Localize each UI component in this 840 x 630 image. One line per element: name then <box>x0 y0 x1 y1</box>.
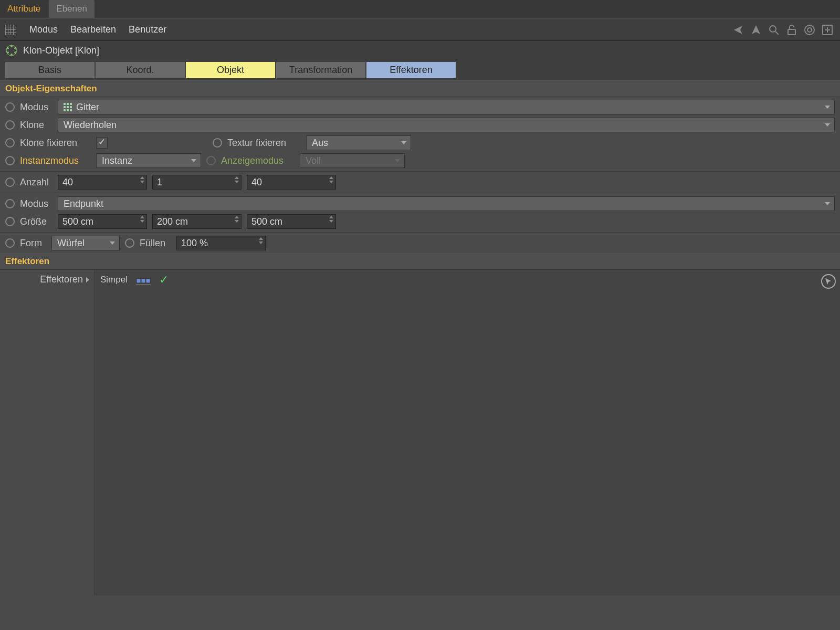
tab-effektoren[interactable]: Effektoren <box>366 62 456 78</box>
svg-point-12 <box>10 54 13 56</box>
effector-list[interactable]: Simpel ✓ <box>94 270 840 595</box>
tab-objekt[interactable]: Objekt <box>186 62 275 78</box>
dropdown-anzeigemodus-value: Voll <box>306 155 321 166</box>
search-icon[interactable] <box>766 23 781 37</box>
svg-point-10 <box>14 47 16 49</box>
nav-back-icon[interactable] <box>731 23 746 37</box>
svg-point-14 <box>7 47 9 49</box>
cloner-icon <box>5 44 18 57</box>
svg-point-3 <box>805 25 814 35</box>
label-form: Form <box>20 238 46 249</box>
svg-line-1 <box>775 32 779 35</box>
label-effektoren-list: Effektoren <box>40 274 83 285</box>
attribute-menubar: Modus Bearbeiten Benutzer <box>0 18 840 41</box>
dropdown-anzeigemodus: Voll <box>300 153 405 168</box>
target-icon[interactable] <box>802 23 817 37</box>
anim-toggle-modus2[interactable] <box>5 199 15 208</box>
svg-point-4 <box>807 28 812 32</box>
dropdown-form[interactable]: Würfel <box>51 236 120 250</box>
anim-toggle-form[interactable] <box>5 238 15 248</box>
svg-rect-2 <box>788 29 795 35</box>
add-icon[interactable] <box>820 23 835 37</box>
input-groesse-x[interactable]: 500 cm <box>58 214 147 229</box>
label-instanzmodus: Instanzmodus <box>20 155 91 166</box>
anim-toggle-klone-fixieren[interactable] <box>5 138 15 148</box>
checkbox-klone-fixieren[interactable] <box>96 137 108 149</box>
label-klone: Klone <box>20 120 52 131</box>
anim-toggle-anzeigemodus <box>206 156 216 165</box>
svg-rect-18 <box>136 284 151 285</box>
menu-modus[interactable]: Modus <box>23 22 64 37</box>
anim-toggle-fuellen[interactable] <box>125 238 134 248</box>
dropdown-form-value: Würfel <box>57 238 85 249</box>
label-textur-fixieren: Textur fixieren <box>227 138 301 149</box>
anim-toggle-klone[interactable] <box>5 120 15 130</box>
tab-koord[interactable]: Koord. <box>96 62 185 78</box>
label-groesse: Größe <box>20 216 52 227</box>
svg-point-13 <box>7 51 9 54</box>
tab-attribute[interactable]: Attribute <box>0 0 48 18</box>
section-objekt-eigenschaften: Objekt-Eigenschaften <box>0 80 840 97</box>
tab-transformation[interactable]: Transformation <box>276 62 365 78</box>
section-effektoren: Effektoren <box>0 253 840 270</box>
anim-toggle-anzahl[interactable] <box>5 177 15 187</box>
tab-basis[interactable]: Basis <box>5 62 94 78</box>
dropdown-klone-value: Wiederholen <box>64 120 117 131</box>
property-tabs: Basis Koord. Objekt Transformation Effek… <box>0 60 840 80</box>
label-modus: Modus <box>20 102 52 113</box>
svg-rect-16 <box>141 279 145 283</box>
dropdown-klone[interactable]: Wiederholen <box>58 118 835 132</box>
object-title: Klon-Objekt [Klon] <box>23 45 99 56</box>
label-fuellen: Füllen <box>140 238 171 249</box>
check-icon[interactable]: ✓ <box>159 273 169 287</box>
anim-toggle-instanzmodus[interactable] <box>5 156 15 165</box>
anim-toggle-modus[interactable] <box>5 102 15 112</box>
dropdown-instanzmodus-value: Instanz <box>102 155 132 166</box>
menu-bearbeiten[interactable]: Bearbeiten <box>64 22 122 37</box>
label-klone-fixieren: Klone fixieren <box>20 138 91 149</box>
dropdown-textur-fixieren[interactable]: Aus <box>306 135 411 150</box>
menu-benutzer[interactable]: Benutzer <box>122 22 173 37</box>
dropdown-modus2-value: Endpunkt <box>64 198 103 209</box>
anim-toggle-textur-fixieren[interactable] <box>213 138 222 148</box>
svg-rect-15 <box>136 279 141 283</box>
dropdown-modus2[interactable]: Endpunkt <box>58 196 835 211</box>
cursor-icon[interactable] <box>821 274 836 289</box>
panel-tabs: Attribute Ebenen <box>0 0 840 18</box>
anim-toggle-groesse[interactable] <box>5 217 15 226</box>
dropdown-modus[interactable]: Gitter <box>58 100 835 114</box>
svg-point-11 <box>14 51 16 54</box>
input-anzahl-x[interactable]: 40 <box>58 175 147 190</box>
object-header: Klon-Objekt [Klon] <box>0 41 840 60</box>
svg-rect-17 <box>146 279 150 283</box>
label-anzeigemodus: Anzeigemodus <box>221 155 295 166</box>
input-anzahl-y[interactable]: 1 <box>152 175 242 190</box>
input-fuellen[interactable]: 100 % <box>176 236 266 250</box>
effector-item[interactable]: Simpel ✓ <box>95 270 840 290</box>
expand-icon[interactable] <box>86 277 89 282</box>
dropdown-textur-fixieren-value: Aus <box>312 138 328 149</box>
effector-cubes-icon <box>136 275 151 285</box>
input-anzahl-z[interactable]: 40 <box>247 175 336 190</box>
input-groesse-y[interactable]: 200 cm <box>152 214 242 229</box>
svg-point-0 <box>770 26 776 32</box>
tab-ebenen[interactable]: Ebenen <box>49 0 94 18</box>
label-anzahl: Anzahl <box>20 177 52 188</box>
lock-icon[interactable] <box>784 23 799 37</box>
input-groesse-z[interactable]: 500 cm <box>247 214 336 229</box>
dropdown-instanzmodus[interactable]: Instanz <box>96 153 201 168</box>
gitter-icon <box>64 103 72 111</box>
svg-point-9 <box>10 45 13 47</box>
effector-name: Simpel <box>100 275 128 285</box>
label-modus2: Modus <box>20 198 52 209</box>
nav-up-icon[interactable] <box>749 23 763 37</box>
dropdown-modus-value: Gitter <box>76 102 99 113</box>
grid-icon <box>5 25 16 35</box>
